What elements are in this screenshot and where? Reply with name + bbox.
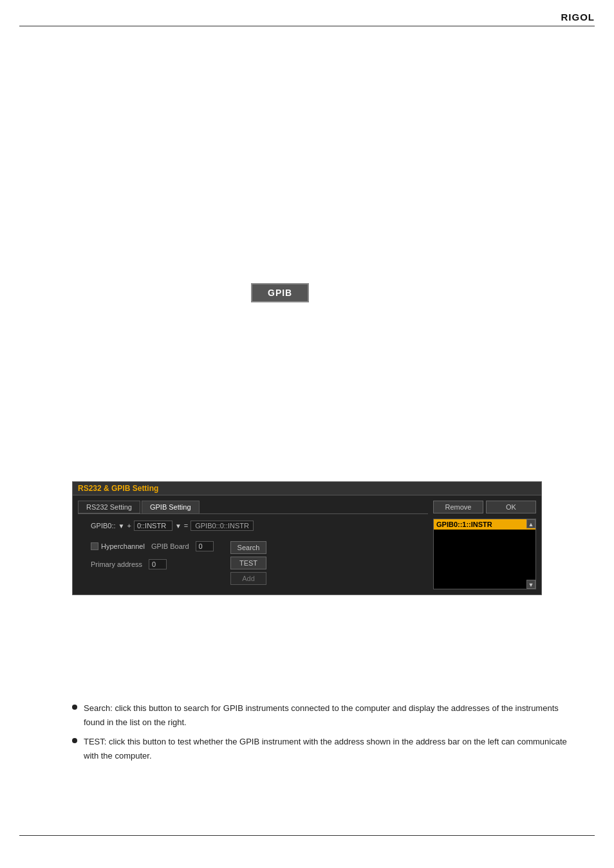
scroll-down-icon[interactable]: ▼ bbox=[526, 580, 535, 589]
address-input-dropdown-icon[interactable]: ▼ bbox=[175, 522, 181, 530]
instrument-list[interactable]: GPIB0::1::INSTR ▲ ▼ bbox=[433, 519, 536, 589]
address-plus: + bbox=[127, 522, 131, 530]
address-result: GPIB0::0::INSTR bbox=[191, 521, 254, 531]
gpib-dropdown-icon[interactable]: ▼ bbox=[118, 522, 125, 530]
para10 bbox=[72, 222, 575, 237]
gpib-button[interactable]: GPIB bbox=[251, 283, 309, 302]
para9 bbox=[72, 203, 575, 217]
content-area bbox=[72, 51, 575, 241]
bullets-section: Search: click this button to search for … bbox=[72, 701, 575, 768]
primary-address-row: Primary address bbox=[91, 559, 214, 569]
bullet-item-1: Search: click this button to search for … bbox=[72, 701, 575, 730]
ok-button[interactable]: OK bbox=[486, 501, 536, 513]
address-row: GPIB0:: ▼ + 0::INSTR ▼ = GPIB0::0::INSTR bbox=[91, 521, 428, 531]
dialog-tabs: RS232 Setting GPIB Setting bbox=[78, 501, 428, 514]
primary-address-label: Primary address bbox=[91, 560, 142, 568]
hyperchannel-label: Hyperchannel bbox=[101, 542, 145, 550]
address-equals: = bbox=[184, 522, 188, 530]
bullet-item-2: TEST: click this button to test whether … bbox=[72, 735, 575, 763]
remove-button[interactable]: Remove bbox=[433, 501, 483, 513]
test-button[interactable]: TEST bbox=[230, 557, 267, 569]
bullet-dot-1 bbox=[72, 705, 77, 710]
gpib-button-container: GPIB bbox=[251, 283, 309, 302]
para2 bbox=[72, 70, 575, 85]
scroll-up-icon[interactable]: ▲ bbox=[526, 519, 535, 528]
dialog-right-panel: Remove OK GPIB0::1::INSTR ▲ ▼ bbox=[433, 501, 536, 589]
hyperchannel-checkbox-item: Hyperchannel bbox=[91, 542, 145, 550]
header-divider bbox=[19, 26, 595, 26]
primary-address-input[interactable] bbox=[149, 559, 167, 569]
address-input-value: 0::INSTR bbox=[134, 521, 172, 531]
tab-gpib[interactable]: GPIB Setting bbox=[142, 501, 200, 513]
action-buttons: Search TEST Add bbox=[230, 541, 267, 585]
tab-rs232[interactable]: RS232 Setting bbox=[78, 501, 140, 513]
bottom-divider bbox=[19, 835, 595, 836]
gpib-prefix-label: GPIB0:: bbox=[91, 522, 116, 530]
bullet-dot-2 bbox=[72, 738, 77, 743]
brand-label: RIGOL bbox=[561, 12, 595, 23]
bullet-text-1: Search: click this button to search for … bbox=[84, 701, 575, 730]
gpib-board-label: GPIB Board bbox=[151, 542, 189, 550]
para8 bbox=[72, 184, 575, 199]
para1 bbox=[72, 51, 575, 66]
search-button[interactable]: Search bbox=[230, 541, 267, 554]
para4 bbox=[72, 108, 575, 123]
add-button[interactable]: Add bbox=[230, 572, 267, 585]
para5 bbox=[72, 127, 575, 142]
gpib-board-input[interactable] bbox=[196, 541, 214, 551]
dialog-left-panel: RS232 Setting GPIB Setting GPIB0:: ▼ + 0… bbox=[78, 501, 428, 589]
bullet-text-2: TEST: click this button to test whether … bbox=[84, 735, 575, 763]
para7 bbox=[72, 165, 575, 180]
right-top-buttons: Remove OK bbox=[433, 501, 536, 513]
dialog-body: RS232 Setting GPIB Setting GPIB0:: ▼ + 0… bbox=[73, 495, 541, 595]
list-item[interactable]: GPIB0::1::INSTR bbox=[434, 519, 535, 530]
hyperchannel-row: Hyperchannel GPIB Board bbox=[91, 541, 214, 551]
hyperchannel-checkbox[interactable] bbox=[91, 542, 98, 550]
para3 bbox=[72, 89, 575, 104]
rs232-gpib-dialog: RS232 & GPIB Setting RS232 Setting GPIB … bbox=[72, 481, 542, 595]
para6 bbox=[72, 146, 575, 161]
dialog-title: RS232 & GPIB Setting bbox=[73, 482, 541, 495]
